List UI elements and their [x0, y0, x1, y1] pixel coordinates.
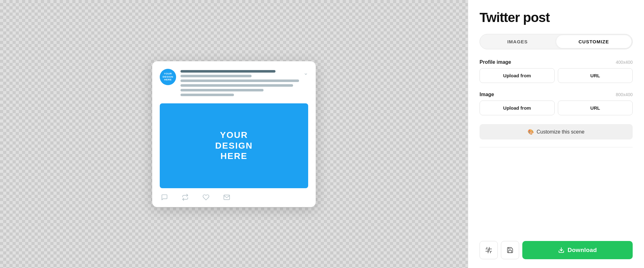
retweet-icon: [182, 194, 189, 201]
design-placeholder-text: YOURDESIGNHERE: [215, 130, 253, 161]
twitter-card-mockup: YOURDESIGNHERE ⌄ YOURDESIGNHERE: [152, 61, 316, 207]
image-placeholder: YOURDESIGNHERE: [160, 103, 308, 188]
profile-image-label: Profile image: [480, 59, 511, 65]
comment-icon: [161, 194, 168, 201]
line-6: [180, 94, 234, 96]
tab-images[interactable]: IMAGES: [480, 34, 555, 49]
tab-customize[interactable]: CUSTOMIZE: [556, 35, 632, 48]
download-label: Download: [568, 247, 597, 254]
canvas-area: YOURDESIGNHERE ⌄ YOURDESIGNHERE: [0, 0, 468, 268]
profile-url-button[interactable]: URL: [558, 68, 633, 83]
customize-scene-label: Customize this scene: [536, 129, 584, 135]
mail-icon: [223, 194, 230, 201]
line-1: [180, 70, 275, 73]
crop-button[interactable]: [480, 241, 498, 259]
twitter-lines: [180, 69, 299, 98]
card-header: YOURDESIGNHERE ⌄: [160, 69, 308, 98]
image-size: 800x400: [616, 92, 633, 97]
line-2: [180, 75, 252, 77]
image-url-button[interactable]: URL: [558, 101, 633, 115]
tab-bar: IMAGES CUSTOMIZE: [480, 34, 633, 49]
image-section-header: Image 800x400: [480, 92, 633, 97]
line-4: [180, 84, 293, 87]
profile-upload-from-button[interactable]: Upload from: [480, 68, 555, 83]
image-upload-row: Upload from URL: [480, 101, 633, 115]
customize-scene-button[interactable]: 🎨 Customize this scene: [480, 124, 633, 139]
divider: [480, 147, 633, 147]
download-button[interactable]: Download: [522, 241, 633, 259]
chevron-icon: ⌄: [303, 69, 308, 76]
customize-scene-emoji: 🎨: [528, 129, 534, 135]
save-button[interactable]: [501, 241, 519, 259]
line-5: [180, 89, 264, 91]
profile-circle-text: YOURDESIGNHERE: [163, 72, 173, 81]
bottom-actions: Download: [480, 241, 633, 259]
profile-circle: YOURDESIGNHERE: [160, 69, 176, 85]
profile-image-section-header: Profile image 400x400: [480, 59, 633, 65]
profile-image-size: 400x400: [616, 60, 633, 65]
image-upload-from-button[interactable]: Upload from: [480, 101, 555, 115]
heart-icon: [203, 194, 209, 201]
right-panel: Twitter post IMAGES CUSTOMIZE Profile im…: [468, 0, 644, 268]
profile-image-upload-row: Upload from URL: [480, 68, 633, 83]
panel-title: Twitter post: [480, 10, 633, 25]
image-label: Image: [480, 92, 494, 97]
line-3: [180, 79, 299, 82]
twitter-action-bar: [160, 194, 308, 201]
